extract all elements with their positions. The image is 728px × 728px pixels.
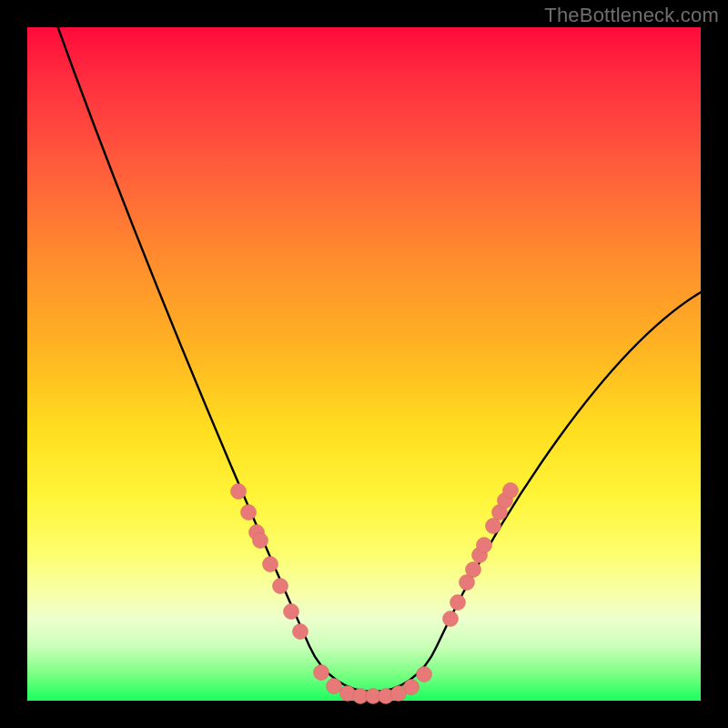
data-marker	[253, 533, 268, 549]
data-marker	[417, 667, 432, 682]
data-marker	[273, 579, 288, 594]
plot-area	[27, 27, 701, 701]
data-marker	[241, 505, 257, 521]
data-marker	[231, 484, 247, 500]
chart-frame: TheBottleneck.com	[0, 0, 728, 728]
data-marker	[293, 624, 308, 640]
bottleneck-curve	[55, 18, 703, 692]
data-marker	[284, 604, 299, 620]
data-marker	[263, 557, 278, 572]
watermark-text: TheBottleneck.com	[544, 4, 719, 27]
data-marker	[404, 680, 420, 695]
data-marker	[477, 538, 492, 553]
data-marker	[314, 665, 329, 681]
markers-left-branch	[231, 484, 308, 640]
markers-right-branch	[443, 483, 519, 627]
data-marker	[327, 679, 342, 694]
data-marker	[486, 519, 501, 534]
markers-bottom-cluster	[314, 665, 432, 704]
data-marker	[503, 483, 519, 499]
data-marker	[466, 562, 481, 578]
chart-svg	[27, 27, 701, 701]
data-marker	[443, 612, 459, 627]
data-marker	[450, 595, 466, 611]
